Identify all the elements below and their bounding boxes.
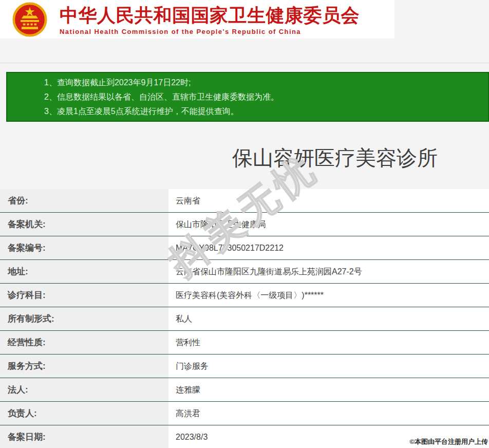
site-title-chinese: 中华人民共和国国家卫生健康委员会 <box>60 4 388 27</box>
notice-box: 1、查询数据截止到2023年9月17日22时; 2、信息数据结果以各省、自治区、… <box>6 72 489 122</box>
row-label: 诊疗科目: <box>0 284 168 307</box>
upload-credit-text: ©本图由平台注册用户上传 <box>409 437 488 446</box>
table-row: 所有制形式: 私人 <box>0 307 489 331</box>
page: 中华人民共和国国家卫生健康委员会 National Health Commiss… <box>0 0 489 448</box>
row-value: MA7GY98L753050217D2212 <box>168 236 489 259</box>
row-label: 服务方式: <box>0 354 168 378</box>
row-value: 保山市隆阳区卫生健康局 <box>168 213 489 236</box>
row-value: 私人 <box>168 307 489 330</box>
row-label: 负责人: <box>0 402 168 425</box>
table-row: 地址: 云南省保山市隆阳区九隆街道易乐上苑润园A27-2号 <box>0 260 489 284</box>
site-header: 中华人民共和国国家卫生健康委员会 National Health Commiss… <box>0 0 394 39</box>
table-row: 经营性质: 营利性 <box>0 331 489 354</box>
notice-line: 1、查询数据截止到2023年9月17日22时; <box>44 76 488 90</box>
row-label: 备案机关: <box>0 213 168 236</box>
clinic-name-title: 保山容妍医疗美容诊所 <box>232 144 438 172</box>
table-row: 省份: 云南省 <box>0 189 489 213</box>
header-divider <box>0 63 489 63</box>
row-label: 地址: <box>0 260 168 283</box>
notice-line: 3、凌晨1点至凌晨5点系统进行维护，不能提供查询。 <box>44 104 488 119</box>
table-row: 法人: 连雅朦 <box>0 378 489 402</box>
site-title-english: National Health Commission of the People… <box>60 28 388 35</box>
national-emblem-icon <box>5 2 54 37</box>
row-value: 医疗美容科(美容外科〈一级项目〉)****** <box>168 284 489 307</box>
table-row: 备案机关: 保山市隆阳区卫生健康局 <box>0 213 489 236</box>
row-label: 省份: <box>0 189 168 212</box>
row-label: 经营性质: <box>0 331 168 354</box>
row-value: 营利性 <box>168 331 489 354</box>
row-label: 备案日期: <box>0 425 168 448</box>
header-titles: 中华人民共和国国家卫生健康委员会 National Health Commiss… <box>60 4 388 35</box>
table-row: 服务方式: 门诊服务 <box>0 354 489 378</box>
row-value: 云南省保山市隆阳区九隆街道易乐上苑润园A27-2号 <box>168 260 489 283</box>
row-label: 所有制形式: <box>0 307 168 330</box>
notice-line: 2、信息数据结果以各省、自治区、直辖市卫生健康委数据为准。 <box>44 90 488 104</box>
row-label: 备案编号: <box>0 236 168 259</box>
table-row: 负责人: 高洪君 <box>0 402 489 425</box>
row-label: 法人: <box>0 378 168 401</box>
row-value: 连雅朦 <box>168 378 489 401</box>
row-value: 云南省 <box>168 189 489 212</box>
row-value: 门诊服务 <box>168 354 489 378</box>
row-value: 高洪君 <box>168 402 489 425</box>
table-row: 诊疗科目: 医疗美容科(美容外科〈一级项目〉)****** <box>0 284 489 307</box>
table-row: 备案编号: MA7GY98L753050217D2212 <box>0 236 489 260</box>
record-table: 省份: 云南省 备案机关: 保山市隆阳区卫生健康局 备案编号: MA7GY98L… <box>0 189 489 448</box>
